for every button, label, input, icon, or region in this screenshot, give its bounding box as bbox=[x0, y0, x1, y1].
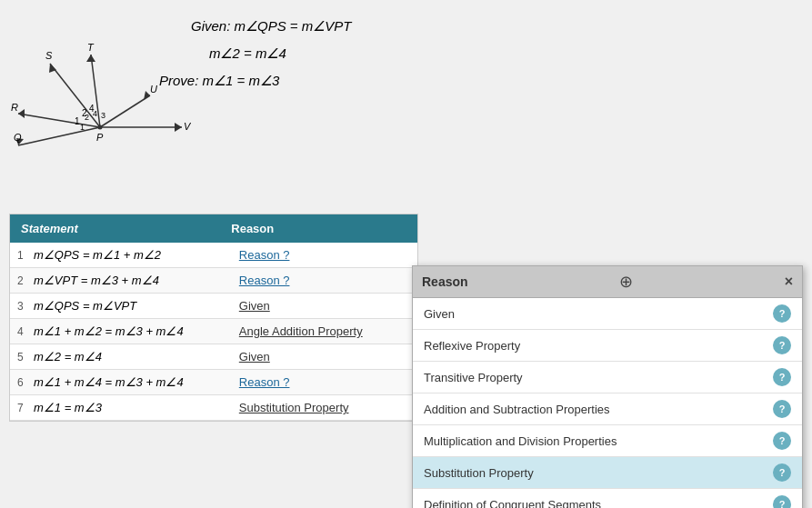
help-icon[interactable]: ? bbox=[773, 463, 791, 482]
main-content: Q R S T U V P 1 2 4 1 2 4 3 Given: m∠QPS… bbox=[0, 0, 812, 508]
svg-marker-11 bbox=[175, 123, 182, 132]
row-number: 4 bbox=[17, 325, 34, 338]
row-number: 2 bbox=[17, 274, 34, 287]
row-reason: Substitution Property bbox=[239, 401, 410, 414]
header-reason: Reason bbox=[231, 222, 406, 235]
proof-rows-container: 1m∠QPS = m∠1 + m∠2Reason ?2m∠VPT = m∠3 +… bbox=[10, 243, 417, 421]
reason-panel-body: Given?Reflexive Property?Transitive Prop… bbox=[413, 298, 802, 508]
reason-item[interactable]: Substitution Property? bbox=[413, 457, 802, 489]
row-reason[interactable]: Reason ? bbox=[239, 274, 410, 287]
row-number: 7 bbox=[17, 402, 34, 414]
table-row: 2m∠VPT = m∠3 + m∠4Reason ? bbox=[10, 268, 417, 294]
reason-item[interactable]: Definition of Congruent Segments? bbox=[413, 489, 802, 508]
svg-marker-9 bbox=[86, 55, 95, 62]
reason-panel: Reason ⊕ × Given?Reflexive Property?Tran… bbox=[412, 265, 803, 508]
given-text-2: m∠2 = m∠4 bbox=[209, 45, 286, 62]
reason-item-label: Definition of Congruent Segments bbox=[424, 498, 601, 509]
row-reason: Given bbox=[239, 350, 410, 364]
svg-marker-10 bbox=[144, 91, 150, 100]
row-reason: Angle Addition Property bbox=[239, 324, 410, 338]
reason-item[interactable]: Transitive Property? bbox=[413, 362, 802, 393]
row-statement: m∠2 = m∠4 bbox=[34, 350, 239, 364]
help-icon[interactable]: ? bbox=[773, 432, 791, 450]
row-statement: m∠VPT = m∠3 + m∠4 bbox=[34, 274, 239, 287]
svg-text:Q: Q bbox=[14, 132, 22, 143]
table-row: 1m∠QPS = m∠1 + m∠2Reason ? bbox=[10, 243, 417, 268]
help-icon[interactable]: ? bbox=[773, 368, 791, 386]
table-row: 7m∠1 = m∠3Substitution Property bbox=[10, 395, 417, 421]
reason-panel-close-icon[interactable]: × bbox=[785, 274, 793, 290]
svg-text:P: P bbox=[96, 132, 104, 143]
reason-item-label: Given bbox=[424, 307, 455, 321]
prove-text: Prove: m∠1 = m∠3 bbox=[159, 73, 279, 89]
row-reason[interactable]: Reason ? bbox=[239, 375, 410, 389]
reason-panel-title: Reason bbox=[422, 274, 468, 289]
reason-panel-add-icon[interactable]: ⊕ bbox=[619, 272, 633, 292]
row-statement: m∠1 + m∠2 = m∠3 + m∠4 bbox=[34, 324, 239, 338]
row-statement: m∠1 = m∠3 bbox=[34, 401, 239, 414]
svg-text:S: S bbox=[45, 50, 53, 61]
table-row: 5m∠2 = m∠4Given bbox=[10, 344, 417, 370]
row-number: 3 bbox=[17, 300, 34, 313]
reason-panel-header: Reason ⊕ × bbox=[413, 266, 802, 298]
row-number: 1 bbox=[17, 249, 34, 262]
svg-point-26 bbox=[98, 125, 103, 130]
help-icon[interactable]: ? bbox=[773, 304, 791, 323]
svg-text:2: 2 bbox=[85, 113, 89, 122]
help-icon[interactable]: ? bbox=[773, 336, 791, 354]
given-text-1: Given: m∠QPS = m∠VPT bbox=[191, 18, 351, 35]
svg-text:4: 4 bbox=[93, 109, 97, 118]
row-statement: m∠QPS = m∠VPT bbox=[34, 299, 239, 313]
header-statement: Statement bbox=[21, 222, 231, 235]
proof-table: Statement Reason 1m∠QPS = m∠1 + m∠2Reaso… bbox=[9, 214, 418, 422]
svg-line-4 bbox=[100, 95, 150, 127]
table-row: 4m∠1 + m∠2 = m∠3 + m∠4Angle Addition Pro… bbox=[10, 319, 417, 344]
reason-item[interactable]: Given? bbox=[413, 298, 802, 330]
svg-text:V: V bbox=[184, 121, 191, 132]
reason-item-label: Substitution Property bbox=[424, 466, 534, 480]
reason-item-label: Addition and Subtraction Properties bbox=[424, 403, 610, 416]
svg-text:3: 3 bbox=[101, 111, 105, 120]
table-row: 3m∠QPS = m∠VPTGiven bbox=[10, 294, 417, 319]
reason-item[interactable]: Addition and Subtraction Properties? bbox=[413, 393, 802, 425]
svg-text:U: U bbox=[150, 84, 157, 95]
reason-item[interactable]: Multiplication and Division Properties? bbox=[413, 425, 802, 457]
table-row: 6m∠1 + m∠4 = m∠3 + m∠4Reason ? bbox=[10, 370, 417, 395]
reason-item[interactable]: Reflexive Property? bbox=[413, 330, 802, 362]
svg-text:1: 1 bbox=[80, 123, 85, 132]
svg-marker-7 bbox=[18, 109, 25, 118]
row-number: 6 bbox=[17, 376, 34, 389]
help-icon[interactable]: ? bbox=[773, 400, 791, 418]
svg-text:T: T bbox=[87, 42, 95, 53]
diagram-area: Q R S T U V P 1 2 4 1 2 4 3 Given: m∠QPS… bbox=[9, 9, 418, 191]
help-icon[interactable]: ? bbox=[773, 495, 791, 508]
row-reason[interactable]: Reason ? bbox=[239, 248, 410, 262]
reason-item-label: Multiplication and Division Properties bbox=[424, 434, 617, 448]
geometry-diagram: Q R S T U V P 1 2 4 1 2 4 3 bbox=[9, 32, 191, 168]
row-statement: m∠1 + m∠4 = m∠3 + m∠4 bbox=[34, 375, 239, 389]
table-header: Statement Reason bbox=[10, 214, 417, 243]
row-statement: m∠QPS = m∠1 + m∠2 bbox=[34, 248, 239, 262]
reason-item-label: Transitive Property bbox=[424, 371, 523, 384]
svg-line-0 bbox=[18, 127, 100, 145]
reason-item-label: Reflexive Property bbox=[424, 339, 520, 353]
row-number: 5 bbox=[17, 351, 34, 364]
row-reason: Given bbox=[239, 299, 410, 313]
svg-text:R: R bbox=[11, 102, 18, 113]
